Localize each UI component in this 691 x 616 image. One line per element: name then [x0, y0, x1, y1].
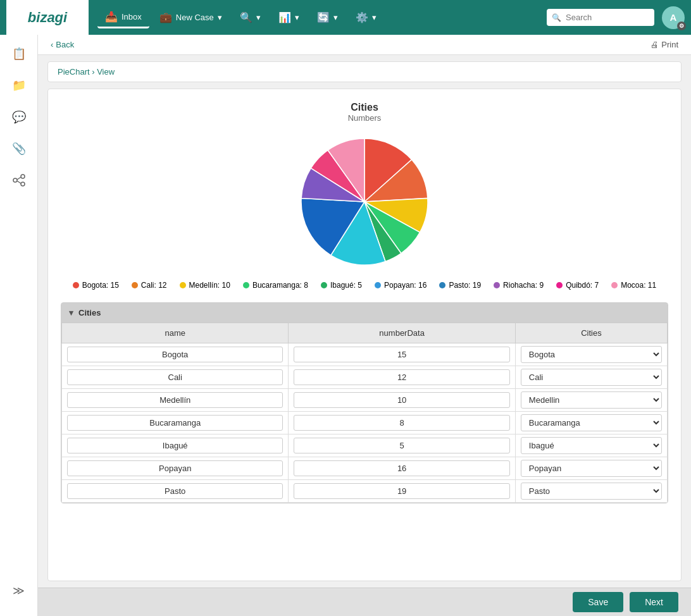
avatar-settings-icon: ⚙ [677, 22, 686, 30]
data-table: name numberData Cities BogotaCaliMedelli… [61, 323, 668, 503]
svg-line-3 [17, 177, 21, 180]
number-input[interactable] [294, 460, 509, 476]
sidebar-item-folder[interactable]: 📁 [6, 73, 32, 98]
cell-number [289, 480, 515, 503]
number-input[interactable] [294, 438, 509, 453]
cell-number [289, 457, 515, 480]
city-select[interactable]: Ibagué [521, 437, 662, 454]
name-input[interactable] [67, 460, 283, 476]
legend-item: Riohacha: 9 [494, 281, 544, 290]
cell-number [289, 366, 515, 389]
new-case-button[interactable]: 💼 New Case ▾ [152, 8, 230, 27]
pie-chart [295, 132, 434, 271]
city-select[interactable]: Bogota [521, 346, 662, 363]
settings-nav-button[interactable]: ⚙️ ▾ [348, 8, 384, 27]
breadcrumb: PieChart › View [47, 61, 682, 82]
cell-city: Ibagué [515, 434, 667, 457]
table-header-bar: ▾ Cities [61, 303, 668, 323]
cell-name [62, 480, 289, 503]
table-row: Cali [62, 366, 668, 389]
table-row: Popayan [62, 457, 668, 480]
legend-item: Pasto: 19 [439, 281, 481, 290]
back-chevron-icon: ‹ [51, 40, 53, 49]
header-bar: ‹ Back 🖨 Print [38, 35, 691, 55]
name-input[interactable] [67, 415, 283, 431]
name-input[interactable] [67, 392, 283, 408]
sidebar-item-workflow[interactable] [6, 168, 32, 193]
table-row: Bogota [62, 343, 668, 366]
col-header-number: numberData [289, 323, 515, 343]
pie-chart-wrapper [61, 132, 668, 271]
avatar[interactable]: A ⚙ [662, 6, 685, 29]
legend-item: Bogota: 15 [73, 281, 119, 290]
name-input[interactable] [67, 369, 283, 385]
city-select[interactable]: Bucaramanga [521, 414, 662, 431]
legend-item: Popayan: 16 [375, 281, 426, 290]
refresh-nav-button[interactable]: 🔄 ▾ [309, 8, 346, 27]
number-input[interactable] [294, 392, 509, 408]
search-wrapper [547, 9, 654, 26]
settings-icon: ⚙️ [356, 11, 368, 23]
legend-item: Cali: 12 [132, 281, 167, 290]
chart-title: Cities [61, 102, 668, 113]
print-icon: 🖨 [651, 40, 659, 49]
save-button[interactable]: Save [573, 592, 623, 612]
chart-container: Cities Numbers Bogota: 15Cali: 12Medellí… [47, 89, 682, 581]
sidebar-item-attachments[interactable]: 📎 [6, 136, 32, 161]
search-nav-button[interactable]: 🔍 ▾ [232, 8, 268, 27]
chart-icon: 📊 [278, 11, 291, 23]
back-button[interactable]: ‹ Back [51, 40, 74, 49]
next-button[interactable]: Next [630, 592, 678, 612]
inbox-button[interactable]: 📥 Inbox [97, 7, 149, 28]
inbox-icon: 📥 [105, 11, 118, 23]
number-input[interactable] [294, 347, 509, 362]
chart-subtitle: Numbers [61, 113, 668, 123]
city-select[interactable]: Popayan [521, 460, 662, 477]
legend-item: Medellín: 10 [180, 281, 230, 290]
number-input[interactable] [294, 369, 509, 385]
data-table-container: ▾ Cities name numberData Cities BogotaCa… [61, 302, 668, 503]
chart-nav-button[interactable]: 📊 ▾ [271, 8, 307, 27]
legend-item: Quibdó: 7 [556, 281, 599, 290]
cell-city: Popayan [515, 457, 667, 480]
legend-item: Bucaramanga: 8 [243, 281, 308, 290]
cell-number [289, 412, 515, 434]
svg-point-2 [21, 182, 25, 186]
name-input[interactable] [67, 438, 283, 453]
cell-number [289, 389, 515, 412]
content-area: ‹ Back 🖨 Print PieChart › View Cities Nu… [38, 35, 691, 616]
number-input[interactable] [294, 483, 509, 499]
cell-city: Pasto [515, 480, 667, 503]
cell-city: Bucaramanga [515, 412, 667, 434]
main-layout: 📋 📁 💬 📎 ≫ ‹ Back 🖨 Print [0, 35, 691, 616]
name-input[interactable] [67, 347, 283, 362]
col-header-name: name [62, 323, 289, 343]
table-row: Ibagué [62, 434, 668, 457]
svg-point-0 [13, 178, 17, 182]
city-select[interactable]: Pasto [521, 483, 662, 500]
svg-point-1 [21, 175, 25, 178]
legend-item: Mocoa: 11 [611, 281, 656, 290]
cell-number [289, 434, 515, 457]
cell-name [62, 366, 289, 389]
cell-name [62, 389, 289, 412]
cell-name [62, 434, 289, 457]
briefcase-icon: 💼 [159, 11, 172, 23]
cell-name [62, 412, 289, 434]
number-input[interactable] [294, 415, 509, 431]
sidebar-item-messages[interactable]: 💬 [6, 104, 32, 130]
search-input[interactable] [547, 9, 654, 26]
city-select[interactable]: Cali [521, 369, 662, 386]
chart-legend: Bogota: 15Cali: 12Medellín: 10Bucaramang… [61, 281, 668, 290]
city-select[interactable]: Medellin [521, 391, 662, 409]
cell-city: Medellin [515, 389, 667, 412]
cell-number [289, 343, 515, 366]
name-input[interactable] [67, 483, 283, 499]
sidebar-expand-icon[interactable]: ≫ [6, 578, 32, 603]
refresh-icon: 🔄 [317, 11, 330, 23]
cell-city: Bogota [515, 343, 667, 366]
sidebar-item-tasks[interactable]: 📋 [6, 41, 32, 66]
table-row: Pasto [62, 480, 668, 503]
print-button[interactable]: 🖨 Print [651, 40, 678, 49]
collapse-icon[interactable]: ▾ [69, 308, 73, 317]
